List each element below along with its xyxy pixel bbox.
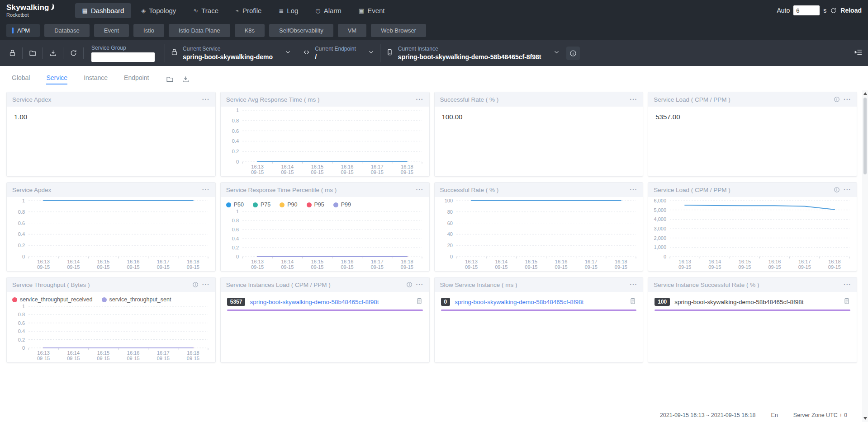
folder-icon[interactable]	[166, 75, 174, 83]
svg-text:16:14: 16:14	[281, 164, 294, 169]
download-icon[interactable]	[46, 47, 60, 60]
current-instance-select[interactable]: Current Instance spring-boot-skywalking-…	[386, 46, 560, 61]
tab-global[interactable]: Global	[12, 74, 30, 84]
chevron-down-icon[interactable]	[553, 49, 560, 57]
svg-text:09-15: 09-15	[739, 264, 751, 270]
clipboard-icon[interactable]	[629, 297, 636, 306]
language-toggle[interactable]: En	[771, 412, 778, 418]
svg-text:16:16: 16:16	[127, 259, 140, 264]
subnav-item-web-browser[interactable]: Web Browser	[371, 24, 426, 37]
scroll-up-arrow-icon[interactable]	[863, 92, 867, 95]
nav-item-topology[interactable]: ◈ Topology	[134, 3, 183, 18]
card-title: Service Throughput ( Bytes )	[12, 281, 90, 288]
download-icon[interactable]	[182, 75, 190, 83]
reload-label[interactable]: Reload	[840, 7, 862, 14]
card-service-load-value: Service Load ( CPM / PPM ) ··· 5357.00	[648, 92, 857, 177]
nav-item-profile[interactable]: ⌁ Profile	[228, 3, 269, 18]
subnav-item-apm[interactable]: APM	[6, 24, 40, 37]
more-icon[interactable]: ···	[630, 281, 637, 288]
legend-item[interactable]: P95	[307, 202, 324, 208]
more-icon[interactable]: ···	[202, 281, 210, 288]
svg-text:09-15: 09-15	[584, 264, 597, 270]
reload-icon[interactable]	[830, 7, 837, 14]
subnav-item-database[interactable]: Database	[44, 24, 90, 37]
legend-item[interactable]: P90	[280, 202, 297, 208]
lock-icon	[171, 48, 178, 58]
nav-item-alarm[interactable]: ◷ Alarm	[308, 3, 349, 18]
more-icon[interactable]: ···	[630, 187, 637, 193]
svg-text:16:18: 16:18	[187, 350, 199, 356]
legend-item[interactable]: service_throughput_received	[12, 296, 93, 303]
subnav-item-selfobservability[interactable]: SelfObservability	[269, 24, 333, 37]
info-icon[interactable]	[834, 187, 840, 193]
service-group-input[interactable]	[91, 52, 155, 62]
pill-label: K8s	[245, 27, 255, 34]
more-icon[interactable]: ···	[630, 96, 637, 103]
refresh-icon[interactable]	[66, 47, 80, 60]
svg-text:5,000: 5,000	[654, 207, 667, 213]
info-icon[interactable]	[192, 281, 199, 288]
more-icon[interactable]: ···	[202, 96, 210, 103]
scroll-down-arrow-icon[interactable]	[863, 417, 867, 420]
nav-item-log[interactable]: ≣ Log	[271, 3, 305, 18]
more-icon[interactable]: ···	[844, 96, 851, 103]
more-icon[interactable]: ···	[844, 187, 851, 193]
more-icon[interactable]: ···	[416, 281, 424, 288]
legend-item[interactable]: P50	[226, 202, 244, 208]
current-endpoint-select[interactable]: Current Endpoint /	[303, 46, 375, 61]
tab-instance[interactable]: Instance	[84, 74, 108, 84]
subnav-item-istio-data-plane[interactable]: Istio Data Plane	[169, 24, 230, 37]
lock-icon[interactable]	[5, 47, 19, 60]
tab-service[interactable]: Service	[46, 74, 67, 84]
legend-label: P90	[287, 202, 297, 208]
info-icon[interactable]	[834, 96, 840, 103]
subnav-item-vm[interactable]: VM	[338, 24, 367, 37]
legend-item[interactable]: P99	[333, 202, 351, 208]
nav-item-trace[interactable]: ∿ Trace	[186, 3, 226, 18]
subnav-item-istio[interactable]: Istio	[133, 24, 164, 37]
divider	[63, 47, 63, 59]
legend-item[interactable]: service_throughput_sent	[102, 296, 171, 303]
info-icon[interactable]	[406, 281, 413, 288]
chevron-down-icon[interactable]	[368, 49, 375, 57]
svg-text:09-15: 09-15	[311, 264, 323, 270]
legend-item[interactable]: P75	[253, 202, 270, 208]
subnav-item-k8s[interactable]: K8s	[235, 24, 265, 37]
instance-link[interactable]: spring-boot-skywalking-demo-58b48465cf-8…	[250, 299, 411, 305]
tab-endpoint[interactable]: Endpoint	[124, 74, 149, 84]
more-icon[interactable]: ···	[416, 96, 424, 103]
auto-interval-input[interactable]	[793, 5, 820, 15]
collapse-panel-icon[interactable]	[854, 48, 863, 58]
info-icon[interactable]	[566, 47, 580, 60]
nav-label: Log	[287, 7, 298, 14]
instance-icon	[386, 48, 394, 58]
card-title: Service Apdex	[12, 96, 51, 103]
svg-text:16:16: 16:16	[127, 350, 140, 356]
current-service-select[interactable]: Current Service spring-boot-skywalking-d…	[171, 46, 291, 61]
scrollbar-thumb[interactable]	[863, 98, 867, 174]
pill-label: Web Browser	[381, 27, 416, 34]
nav-item-event[interactable]: ▣ Event	[351, 3, 392, 18]
nav-item-dashboard[interactable]: ▤ Dashboard	[75, 3, 132, 18]
more-icon[interactable]: ···	[416, 187, 424, 193]
instance-label[interactable]: spring-boot-skywalking-demo-58b48465cf-8…	[674, 299, 839, 305]
clipboard-icon[interactable]	[416, 297, 423, 306]
clipboard-icon[interactable]	[843, 297, 850, 306]
subnav-item-event[interactable]: Event	[94, 24, 129, 37]
svg-text:16:18: 16:18	[828, 259, 841, 264]
line-chart: 00.20.40.60.8116:1309-1516:1409-1516:150…	[221, 107, 429, 176]
svg-text:09-15: 09-15	[157, 356, 170, 361]
chevron-down-icon[interactable]	[285, 49, 291, 57]
card-header: Service Response Time Percentile ( ms ) …	[221, 183, 429, 197]
svg-text:09-15: 09-15	[187, 356, 199, 361]
folder-icon[interactable]	[26, 47, 39, 60]
current-service-value: spring-boot-skywalking-demo	[183, 53, 273, 61]
more-icon[interactable]: ···	[844, 281, 851, 288]
svg-text:16:17: 16:17	[798, 259, 811, 264]
more-icon[interactable]: ···	[202, 187, 210, 193]
pill-label: Database	[54, 27, 80, 34]
divider	[43, 47, 43, 59]
scrollbar[interactable]	[862, 90, 868, 422]
instance-link[interactable]: spring-boot-skywalking-demo-58b48465cf-8…	[455, 299, 625, 305]
nav-label: Trace	[201, 7, 218, 14]
